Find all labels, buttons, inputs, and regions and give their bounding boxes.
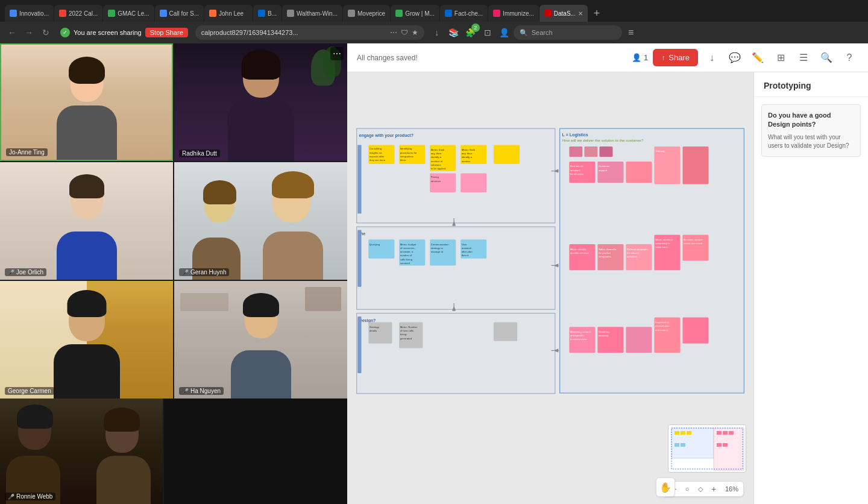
tab-factcheck[interactable]: Fact-che... (440, 5, 488, 22)
participant-name: George Carmen (8, 388, 51, 394)
svg-text:and specific: and specific (570, 334, 585, 337)
refresh-button[interactable]: ↻ (39, 25, 53, 40)
share-button[interactable]: ↑ Share (653, 49, 698, 66)
mute-icon: 🎤 (182, 388, 189, 394)
pan-tool-button[interactable]: ✋ (656, 477, 675, 497)
svg-text:companies: companies (599, 255, 611, 258)
zoom-controls: − ○ ◇ + 16% (663, 481, 744, 497)
video-label-ronnie: 🎤 Ronnie Webb (5, 493, 55, 500)
svg-text:At online service: At online service (684, 238, 703, 241)
svg-rect-132 (723, 443, 728, 447)
more-options-button[interactable]: ⋯ (330, 47, 344, 60)
svg-text:engage with your product?: engage with your product? (359, 133, 414, 138)
svg-rect-0 (357, 128, 555, 223)
address-text: calproduct8297/163941344273... (201, 29, 386, 36)
svg-text:planning: planning (599, 334, 609, 337)
video-cell-radhika: Radhika Dutt ⋯ (174, 43, 347, 161)
chat-icon[interactable]: 💬 (726, 49, 744, 67)
forward-button[interactable]: → (22, 25, 36, 40)
tab-innovatio[interactable]: Innovatio... (5, 5, 54, 22)
svg-text:L = Logistics: L = Logistics (562, 133, 588, 137)
mini-map (668, 424, 746, 473)
tab-gmac[interactable]: GMAC Le... (103, 5, 154, 22)
search-figma-icon[interactable]: 🔍 (817, 49, 835, 67)
tab-label: 2022 Cal... (69, 10, 98, 17)
svg-rect-2 (357, 227, 555, 309)
svg-text:Metro: budget: Metro: budget (400, 243, 417, 246)
star-icon[interactable]: ★ (412, 28, 418, 37)
comment-icon[interactable]: ✏️ (749, 49, 767, 67)
profile-icon[interactable]: 👤 (497, 25, 512, 40)
svg-rect-47 (357, 230, 361, 287)
address-bar[interactable]: calproduct8297/163941344273... ⋯ 🛡 ★ (195, 25, 424, 40)
new-tab-button[interactable]: + (588, 5, 605, 22)
tab-datas-active[interactable]: DataS... ✕ (539, 5, 588, 22)
ellipsis-icon[interactable]: ⋯ (390, 28, 397, 37)
video-bottom-row: 🎤 Ronnie Webb (0, 398, 347, 504)
tab-label: Immunize... (503, 10, 534, 17)
zoom-fill-button[interactable]: ◇ (695, 484, 706, 494)
svg-text:for referral: for referral (627, 251, 639, 254)
svg-rect-89 (682, 146, 708, 184)
svg-text:support: support (599, 169, 608, 172)
svg-rect-128 (717, 431, 722, 435)
svg-rect-44 (461, 174, 486, 192)
zoom-level: 16% (722, 485, 738, 493)
list-icon[interactable]: ☰ (794, 49, 813, 67)
svg-text:they are done: they are done (370, 159, 386, 162)
stop-share-button[interactable]: Stop Share (145, 28, 188, 37)
tab-moveprice[interactable]: Moveprice (343, 5, 390, 22)
notification-badge: 2 (471, 24, 480, 32)
svg-text:Metro: think: Metro: think (431, 148, 445, 151)
main-content: Jo-Anne Ting Radhika Dutt ⋯ (0, 43, 868, 504)
tab-waltham[interactable]: Waltham-Win... (282, 5, 342, 22)
figma-app: All changes saved! 👤 1 ↑ Share ↓ 💬 ✏️ ⊞ … (347, 43, 868, 504)
svg-text:details: details (370, 329, 377, 332)
svg-text:Sales channels: Sales channels (599, 248, 616, 251)
tab-grow[interactable]: Grow | M... (391, 5, 439, 22)
grid-icon[interactable]: ⊞ (772, 49, 790, 67)
svg-text:structure: structure (431, 180, 441, 183)
download-figma-icon[interactable]: ↓ (703, 49, 721, 67)
svg-text:any, then: any, then (431, 152, 442, 155)
svg-rect-78 (600, 146, 613, 157)
svg-text:any, then: any, then (462, 152, 473, 155)
svg-text:Referral programs: Referral programs (627, 248, 648, 251)
video-label-ha: 🎤 Ha Nguyen (179, 387, 224, 395)
share-indicator-dot: ✓ (60, 28, 70, 37)
participant-name: Geran Huynh (190, 269, 226, 276)
download-icon[interactable]: ↓ (429, 25, 445, 40)
svg-rect-86 (626, 162, 652, 183)
zoom-fit-button[interactable]: ○ (682, 484, 693, 494)
tab-label: B... (268, 10, 277, 17)
svg-text:Customer: Customer (599, 165, 610, 168)
tab-b[interactable]: B... (253, 5, 281, 22)
zoom-in-button[interactable]: + (708, 484, 719, 494)
screen-share-banner: ✓ You are screen sharing Stop Share (55, 28, 193, 37)
mute-icon: 🎤 (8, 269, 14, 276)
tab-immunize[interactable]: Immunize... (488, 5, 539, 22)
video-cell-george: George Carmen (0, 281, 173, 398)
screen-share-text: You are screen sharing (74, 29, 142, 36)
svg-text:make sure...: make sure... (655, 245, 670, 248)
back-button[interactable]: ← (5, 25, 19, 40)
svg-text:there: there (400, 159, 406, 162)
tab-johnlee[interactable]: John Lee (204, 5, 253, 22)
bookmarks-icon[interactable]: 📚 (446, 25, 462, 40)
svg-rect-127 (681, 443, 685, 447)
video-label-george: George Carmen (5, 387, 54, 395)
svg-text:solutions: solutions (431, 163, 441, 166)
tab-callfor[interactable]: Call for S... (155, 5, 204, 22)
split-view-icon[interactable]: ⊡ (480, 25, 495, 40)
search-placeholder: Search (532, 29, 553, 36)
svg-text:Communication: Communication (431, 243, 449, 246)
menu-icon[interactable]: ≡ (623, 25, 639, 40)
tab-2022cal[interactable]: 2022 Cal... (54, 5, 102, 22)
svg-text:serviced: serviced (400, 262, 410, 265)
svg-text:Best based: Best based (570, 165, 583, 168)
panel-title: Prototyping (754, 72, 868, 97)
mute-icon: 🎤 (182, 269, 189, 276)
search-box[interactable]: 🔍 Search (514, 25, 622, 40)
help-icon[interactable]: ? (840, 49, 858, 67)
svg-text:Metro: Number: Metro: Number (400, 326, 418, 329)
